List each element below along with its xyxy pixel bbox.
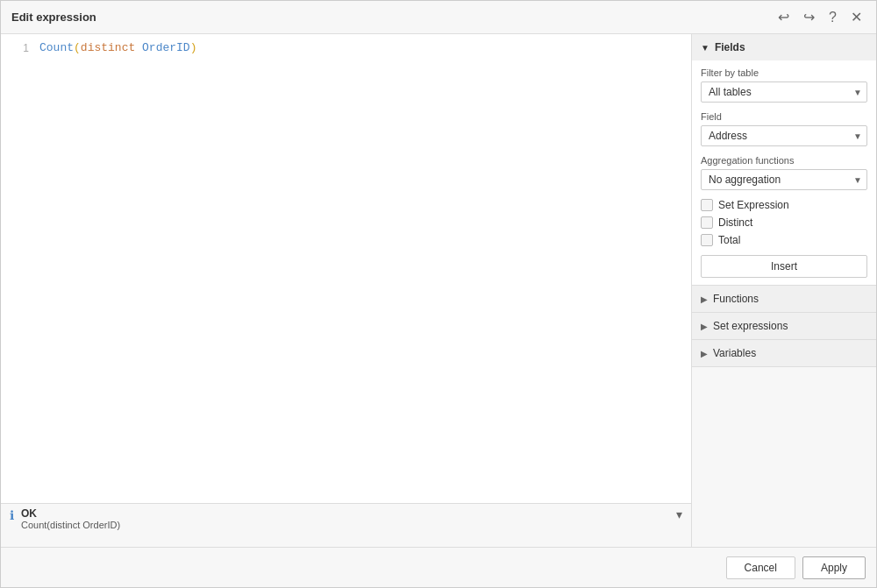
dialog-header: Edit expression ↩ ↪ ? ✕ [1,1,876,34]
header-icons: ↩ ↪ ? ✕ [774,7,866,27]
set-expressions-section-header[interactable]: ▶ Set expressions [692,313,876,339]
aggregation-select-wrapper: No aggregation Sum Count Avg Min Max ▼ [701,169,867,190]
dialog-footer: Cancel Apply [1,547,876,587]
help-icon[interactable]: ? [825,8,840,27]
set-expression-row: Set Expression [701,199,867,211]
distinct-row: Distinct [701,216,867,229]
status-content: ℹ OK Count(distinct OrderID) [10,507,120,530]
field-label: Field [701,111,867,122]
set-expression-label: Set Expression [718,199,789,211]
functions-label: Functions [713,293,759,305]
variables-label: Variables [713,347,756,359]
edit-expression-dialog: Edit expression ↩ ↪ ? ✕ 1 Count(distinct… [0,0,877,588]
functions-arrow-icon: ▶ [701,294,708,304]
field-select-wrapper: Address OrderID CustomerID ▼ [701,125,867,146]
set-expressions-arrow-icon: ▶ [701,322,708,331]
code-distinct: distinct [81,41,135,54]
distinct-label: Distinct [718,216,752,229]
distinct-checkbox[interactable] [701,216,713,229]
variables-section: ▶ Variables [692,340,876,367]
apply-button[interactable]: Apply [802,556,866,579]
insert-button[interactable]: Insert [701,255,867,278]
fields-section: ▼ Fields Filter by table All tables Orde… [692,34,876,286]
set-expressions-label: Set expressions [713,320,788,332]
code-content: Count(distinct OrderID) [39,41,196,54]
field-select[interactable]: Address OrderID CustomerID [701,125,867,146]
functions-section: ▶ Functions [692,286,876,313]
undo-icon[interactable]: ↩ [774,7,793,27]
dialog-title: Edit expression [11,11,96,24]
status-toggle-icon[interactable]: ▾ [676,507,682,521]
fields-section-label: Fields [715,41,745,53]
editor-panel: 1 Count(distinct OrderID) ℹ OK Count(dis… [1,34,692,547]
line-number: 1 [8,41,29,54]
status-text: OK Count(distinct OrderID) [21,507,120,530]
functions-section-header[interactable]: ▶ Functions [692,286,876,312]
variables-arrow-icon: ▶ [701,349,708,358]
total-row: Total [701,234,867,246]
dialog-body: 1 Count(distinct OrderID) ℹ OK Count(dis… [1,34,876,547]
total-label: Total [718,234,740,246]
aggregation-select[interactable]: No aggregation Sum Count Avg Min Max [701,169,867,190]
status-ok-label: OK [21,507,120,520]
code-field: OrderID [135,41,189,54]
fields-arrow-icon: ▼ [701,43,709,53]
close-icon[interactable]: ✕ [847,7,866,27]
set-expressions-section: ▶ Set expressions [692,313,876,340]
filter-by-table-wrapper: All tables Orders Customers ▼ [701,81,867,103]
code-count: Count [39,41,74,54]
fields-section-header[interactable]: ▼ Fields [692,34,876,60]
editor-line-1: 1 Count(distinct OrderID) [1,41,691,54]
total-checkbox[interactable] [701,234,713,246]
status-info-icon: ℹ [10,508,14,522]
right-panel: ▼ Fields Filter by table All tables Orde… [692,34,876,547]
filter-by-table-select[interactable]: All tables Orders Customers [701,81,867,103]
status-expression: Count(distinct OrderID) [21,520,120,530]
code-paren-close: ) [190,41,197,54]
fields-section-content: Filter by table All tables Orders Custom… [692,60,876,285]
filter-by-table-label: Filter by table [701,67,867,78]
set-expression-checkbox[interactable] [701,199,713,211]
status-bar: ℹ OK Count(distinct OrderID) ▾ [1,503,691,547]
cancel-button[interactable]: Cancel [726,556,795,579]
redo-icon[interactable]: ↪ [800,7,818,27]
aggregation-label: Aggregation functions [701,155,867,166]
editor-area[interactable]: 1 Count(distinct OrderID) [1,34,691,503]
variables-section-header[interactable]: ▶ Variables [692,340,876,366]
code-paren-open: ( [74,41,81,54]
